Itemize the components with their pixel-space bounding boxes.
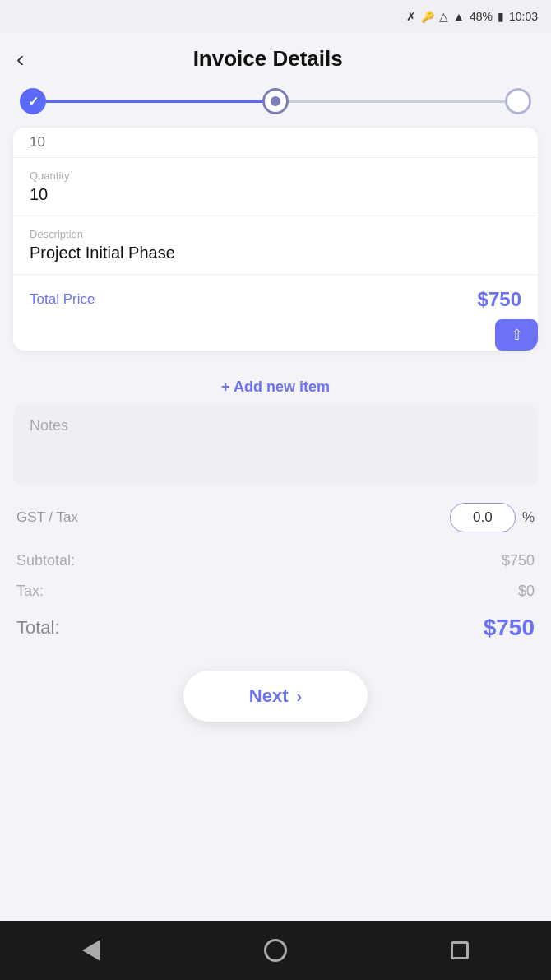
quantity-field-group: Quantity 10: [13, 158, 538, 216]
time-display: 10:03: [509, 10, 538, 23]
notes-placeholder: Notes: [30, 417, 68, 434]
chevron-up-icon: ⇧: [511, 326, 523, 344]
key-icon: 🔑: [421, 11, 434, 23]
status-bar: ✗ 🔑 △ ▲ 48% ▮ 10:03: [0, 0, 551, 33]
tax-row: GST / Tax %: [13, 503, 538, 532]
tax-input-container: %: [450, 503, 535, 532]
back-button[interactable]: ‹: [16, 48, 24, 71]
step-3: [505, 88, 531, 114]
total-price-row: Total Price $750: [13, 275, 538, 319]
tax-summary-row: Tax: $0: [13, 576, 538, 606]
total-price-value: $750: [478, 288, 521, 311]
battery-icon: ▮: [498, 10, 504, 23]
bottom-nav: [0, 921, 551, 980]
step-2: [262, 88, 289, 114]
collapse-section: ⇧: [13, 319, 538, 351]
home-circle-icon: [264, 939, 287, 962]
description-value: Project Initial Phase: [30, 244, 521, 262]
recent-square-icon: [451, 941, 469, 959]
total-price-label: Total Price: [30, 291, 95, 308]
add-item-section[interactable]: + Add new item: [13, 364, 538, 404]
signal-icon: ▲: [453, 10, 465, 23]
total-value: $750: [484, 615, 535, 641]
next-button[interactable]: Next ›: [183, 671, 368, 722]
tax-summary-value: $0: [518, 583, 535, 600]
tax-summary-label: Tax:: [16, 583, 44, 600]
bluetooth-icon: ✗: [406, 10, 416, 23]
check-icon: ✓: [28, 94, 39, 109]
item-partial-text: 10: [13, 128, 538, 158]
tax-percent: %: [522, 509, 535, 526]
next-button-container: Next ›: [13, 657, 538, 741]
nav-home-button[interactable]: [264, 939, 287, 962]
subtotal-row: Subtotal: $750: [13, 546, 538, 576]
wifi-icon: △: [439, 10, 448, 23]
subtotal-label: Subtotal:: [16, 552, 75, 569]
tax-input[interactable]: [450, 503, 516, 532]
quantity-label: Quantity: [30, 170, 521, 182]
description-field-group: Description Project Initial Phase: [13, 216, 538, 275]
subtotal-value: $750: [502, 552, 535, 569]
header: ‹ Invoice Details: [0, 33, 551, 80]
next-arrow-icon: ›: [297, 687, 303, 706]
back-triangle-icon: [82, 940, 100, 961]
status-icons: ✗ 🔑 △ ▲ 48% ▮ 10:03: [406, 10, 538, 23]
total-label: Total:: [16, 617, 60, 639]
nav-recent-button[interactable]: [451, 941, 469, 959]
description-label: Description: [30, 228, 521, 240]
battery-percent: 48%: [470, 10, 493, 23]
collapse-button[interactable]: ⇧: [495, 319, 538, 351]
nav-back-button[interactable]: [82, 940, 100, 961]
partial-value: 10: [30, 134, 45, 150]
quantity-value: 10: [30, 185, 521, 204]
main-content: 10 Quantity 10 Description Project Initi…: [0, 128, 551, 921]
invoice-item-card: 10 Quantity 10 Description Project Initi…: [13, 128, 538, 351]
tax-label: GST / Tax: [16, 509, 78, 526]
step-1: ✓: [20, 88, 46, 114]
next-label: Next: [249, 685, 289, 707]
add-item-label[interactable]: + Add new item: [221, 379, 330, 395]
page-title: Invoice Details: [32, 46, 503, 72]
total-row: Total: $750: [13, 606, 538, 657]
step-line-2: [289, 100, 505, 103]
step-progress: ✓: [0, 80, 551, 128]
step-line-1: [46, 100, 262, 103]
notes-area[interactable]: Notes: [13, 404, 538, 486]
